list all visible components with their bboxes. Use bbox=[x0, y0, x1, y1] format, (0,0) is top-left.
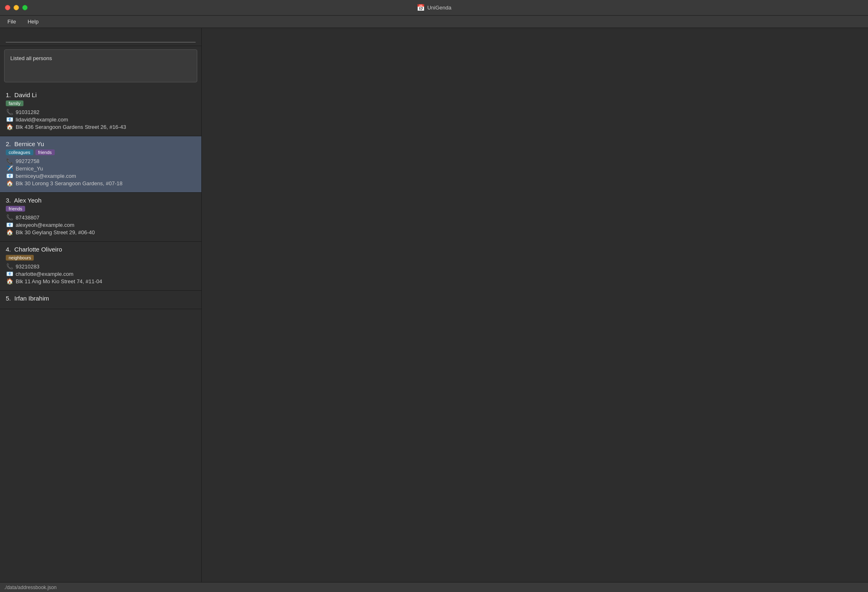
list-item[interactable]: 2. Bernice Yucolleaguesfriends 📞 9927275… bbox=[0, 136, 201, 193]
tags-row: neighbours bbox=[6, 255, 196, 261]
person-email: 📧 charlotte@example.com bbox=[6, 270, 196, 277]
person-address: 🏠 Blk 436 Serangoon Gardens Street 26, #… bbox=[6, 124, 196, 130]
telegram-handle: Bernice_Yu bbox=[16, 165, 43, 172]
menu-file[interactable]: File bbox=[5, 18, 19, 26]
phone-number: 91031282 bbox=[16, 109, 40, 115]
phone-icon: 📞 bbox=[6, 109, 13, 115]
address-text: Blk 436 Serangoon Gardens Street 26, #16… bbox=[16, 124, 126, 130]
list-item[interactable]: 4. Charlotte Oliveironeighbours 📞 932102… bbox=[0, 242, 201, 291]
person-name: 1. David Li bbox=[6, 91, 196, 98]
email-address: berniceyu@example.com bbox=[16, 173, 76, 179]
address-icon: 🏠 bbox=[6, 124, 13, 130]
email-icon: 📧 bbox=[6, 270, 13, 277]
tag-family: family bbox=[6, 100, 23, 106]
app-icon: 📅 bbox=[417, 4, 425, 12]
person-name: 4. Charlotte Oliveiro bbox=[6, 246, 196, 253]
email-address: alexyeoh@example.com bbox=[16, 222, 75, 228]
email-address: charlotte@example.com bbox=[16, 271, 73, 277]
address-icon: 🏠 bbox=[6, 180, 13, 186]
person-address: 🏠 Blk 11 Ang Mo Kio Street 74, #11-04 bbox=[6, 278, 196, 284]
person-address: 🏠 Blk 30 Geylang Street 29, #06-40 bbox=[6, 229, 196, 235]
left-panel: Listed all persons 1. David Lifamily 📞 9… bbox=[0, 28, 202, 582]
status-bar: ./data/addressbook.json bbox=[0, 582, 868, 592]
phone-icon: 📞 bbox=[6, 214, 13, 221]
app-title-text: UniGenda bbox=[427, 5, 452, 11]
tags-row: friends bbox=[6, 206, 196, 212]
title-bar: 📅 UniGenda bbox=[0, 0, 868, 16]
phone-icon: 📞 bbox=[6, 263, 13, 270]
person-phone: 📞 87438807 bbox=[6, 214, 196, 221]
search-input[interactable] bbox=[6, 32, 196, 42]
app-title: 📅 UniGenda bbox=[417, 4, 452, 12]
menu-bar: File Help bbox=[0, 16, 868, 28]
person-address: 🏠 Blk 30 Lorong 3 Serangoon Gardens, #07… bbox=[6, 180, 196, 186]
address-text: Blk 30 Geylang Street 29, #06-40 bbox=[16, 229, 95, 235]
person-phone: 📞 93210283 bbox=[6, 263, 196, 270]
address-text: Blk 30 Lorong 3 Serangoon Gardens, #07-1… bbox=[16, 180, 122, 186]
person-name: 3. Alex Yeoh bbox=[6, 197, 196, 204]
telegram-icon: ✈️ bbox=[6, 165, 13, 172]
person-email: 📧 berniceyu@example.com bbox=[6, 172, 196, 179]
person-phone: 📞 91031282 bbox=[6, 109, 196, 115]
email-icon: 📧 bbox=[6, 116, 13, 123]
search-area bbox=[0, 28, 201, 46]
email-icon: 📧 bbox=[6, 221, 13, 228]
person-email: 📧 lidavid@example.com bbox=[6, 116, 196, 123]
person-name: 5. Irfan Ibrahim bbox=[6, 295, 196, 302]
status-text: Listed all persons bbox=[10, 55, 52, 61]
email-address: lidavid@example.com bbox=[16, 117, 68, 123]
tag-friends: friends bbox=[35, 149, 55, 155]
traffic-lights bbox=[5, 5, 28, 10]
person-phone: 📞 99272758 bbox=[6, 158, 196, 164]
address-icon: 🏠 bbox=[6, 229, 13, 235]
main-layout: Listed all persons 1. David Lifamily 📞 9… bbox=[0, 28, 868, 582]
right-panel bbox=[202, 28, 868, 582]
status-bar-text: ./data/addressbook.json bbox=[4, 585, 56, 590]
close-button[interactable] bbox=[5, 5, 10, 10]
address-icon: 🏠 bbox=[6, 278, 13, 284]
maximize-button[interactable] bbox=[22, 5, 28, 10]
tags-row: colleaguesfriends bbox=[6, 149, 196, 155]
phone-number: 99272758 bbox=[16, 158, 40, 164]
person-email: 📧 alexyeoh@example.com bbox=[6, 221, 196, 228]
email-icon: 📧 bbox=[6, 172, 13, 179]
status-box: Listed all persons bbox=[4, 49, 197, 82]
phone-number: 93210283 bbox=[16, 263, 40, 270]
person-telegram: ✈️ Bernice_Yu bbox=[6, 165, 196, 172]
phone-number: 87438807 bbox=[16, 214, 40, 221]
minimize-button[interactable] bbox=[14, 5, 19, 10]
list-item[interactable]: 1. David Lifamily 📞 91031282 📧 lidavid@e… bbox=[0, 87, 201, 136]
list-item[interactable]: 5. Irfan Ibrahim bbox=[0, 291, 201, 309]
menu-help[interactable]: Help bbox=[25, 18, 41, 26]
address-text: Blk 11 Ang Mo Kio Street 74, #11-04 bbox=[16, 278, 102, 284]
tags-row: family bbox=[6, 100, 196, 106]
persons-list[interactable]: 1. David Lifamily 📞 91031282 📧 lidavid@e… bbox=[0, 86, 201, 582]
person-name: 2. Bernice Yu bbox=[6, 140, 196, 147]
phone-icon: 📞 bbox=[6, 158, 13, 164]
tag-friends: friends bbox=[6, 206, 25, 212]
tag-neighbours: neighbours bbox=[6, 255, 34, 261]
list-item[interactable]: 3. Alex Yeohfriends 📞 87438807 📧 alexyeo… bbox=[0, 193, 201, 242]
tag-colleagues: colleagues bbox=[6, 149, 33, 155]
